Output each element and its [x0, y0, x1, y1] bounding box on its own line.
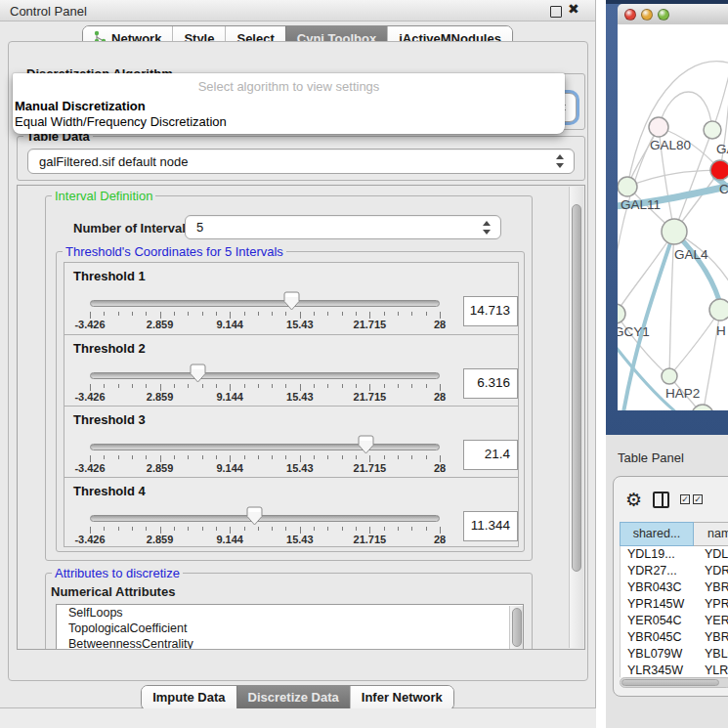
numerical-attributes-list[interactable]: SelfLoopsTopologicalCoefficientBetweenne…	[56, 604, 524, 650]
slider-tick-label: -3.426	[74, 391, 105, 403]
slider-tick-label: -3.426	[74, 462, 105, 474]
slider-thumb[interactable]	[246, 506, 263, 530]
slider-tick	[132, 527, 133, 531]
num-intervals-select[interactable]: 5	[185, 215, 501, 239]
close-window-icon[interactable]: ✖	[568, 1, 579, 17]
slider-tick	[426, 455, 427, 459]
threshold-value-field[interactable]: 6.316	[463, 368, 518, 399]
network-node[interactable]	[704, 121, 721, 139]
slider-tick	[216, 455, 217, 459]
table-row[interactable]: YPR145WYPR1	[621, 596, 728, 613]
table-row[interactable]: YLR345WYLR3	[621, 663, 728, 677]
zoom-traffic-light[interactable]	[658, 9, 669, 21]
table-row[interactable]: YBL079WYBL0	[621, 646, 728, 663]
tab-infer-network[interactable]: Infer Network	[350, 686, 453, 709]
slider-tick	[300, 384, 301, 391]
table-data-select[interactable]: galFiltered.sif default node	[27, 149, 575, 174]
column-header-name[interactable]: name	[694, 522, 728, 546]
slider-track[interactable]	[90, 372, 440, 379]
attribute-list-item[interactable]: SelfLoops	[57, 605, 523, 621]
network-canvas[interactable]: GAL80GACGAL11GAL4GCY1HHAP2	[618, 24, 728, 410]
slider-tick	[118, 312, 119, 316]
slider-tick-label: 21.715	[354, 391, 387, 403]
slider-tick-label: 15.43	[286, 319, 314, 330]
control-panel-titlebar[interactable]: Control Panel ✖	[0, 0, 595, 21]
network-node[interactable]	[618, 304, 625, 323]
slider-track[interactable]	[90, 300, 440, 307]
table-row[interactable]: YDL19...YDL1	[621, 546, 728, 563]
threshold-row: Threshold 1-3.4262.8599.14415.4321.71528…	[64, 263, 518, 334]
tab-discretize-data[interactable]: Discretize Data	[236, 686, 350, 709]
slider-tick	[230, 455, 231, 462]
network-node[interactable]	[662, 368, 677, 384]
threshold-value-field[interactable]: 11.344	[463, 511, 518, 541]
table-data-group: Table Data galFiltered.sif default node	[17, 136, 585, 181]
slider-tick	[356, 312, 357, 316]
slider-tick	[132, 384, 133, 388]
network-node-label: HAP2	[665, 386, 700, 401]
interval-definition-label: Interval Definition	[52, 189, 155, 203]
slider-track[interactable]	[90, 444, 440, 450]
table-cell-shared-name: YER054C	[621, 613, 696, 629]
threshold-value-field[interactable]: 14.713	[463, 296, 518, 326]
slider-tick	[202, 312, 203, 316]
network-node[interactable]	[709, 299, 728, 321]
threshold-value-field[interactable]: 21.4	[463, 440, 518, 470]
attribute-list-item[interactable]: BetweennessCentrality	[57, 636, 523, 650]
settings-gear-icon[interactable]: ⚙	[625, 491, 642, 509]
network-node[interactable]	[649, 117, 668, 137]
column-browser-icon[interactable]	[653, 492, 669, 508]
table-rows: YDL19...YDL1YDR27...YDR2YBR043CYBR0YPR14…	[620, 546, 728, 677]
slider-tick	[160, 455, 161, 462]
table-row[interactable]: YDR27...YDR2	[621, 563, 728, 579]
network-window-titlebar[interactable]	[618, 4, 728, 25]
settings-scrollbar[interactable]	[569, 187, 583, 648]
network-edge-thick[interactable]	[674, 232, 722, 311]
slider-tick	[160, 312, 161, 319]
slider-tick	[230, 384, 231, 391]
column-header-shared-name[interactable]: shared...	[620, 522, 694, 546]
slider-thumb[interactable]	[190, 364, 206, 387]
slider-tick	[188, 384, 189, 388]
network-node[interactable]	[710, 160, 728, 180]
tab-impute-data[interactable]: Impute Data	[142, 686, 236, 709]
minimize-traffic-light[interactable]	[641, 9, 653, 21]
attributes-list-scrollbar[interactable]	[509, 606, 523, 650]
slider-tick-label: 21.715	[354, 462, 387, 474]
slider-tick	[411, 312, 412, 316]
scrollbar-thumb[interactable]	[572, 204, 581, 572]
scrollbar-thumb[interactable]	[621, 679, 719, 686]
network-view-window: GAL80GACGAL11GAL4GCY1HHAP2	[606, 0, 728, 435]
table-row[interactable]: YBR045CYBR0	[621, 629, 728, 646]
slider-tick	[314, 312, 315, 316]
slider-thumb[interactable]	[358, 435, 374, 458]
scrollbar-thumb[interactable]	[512, 608, 522, 647]
slider-tick	[202, 455, 203, 459]
slider-thumb[interactable]	[283, 291, 300, 315]
slider-tick	[285, 455, 286, 459]
network-node-label: H	[716, 323, 726, 338]
slider-track[interactable]	[90, 515, 440, 522]
network-node[interactable]	[662, 219, 687, 244]
table-row[interactable]: YBR043CYBR0	[621, 579, 728, 596]
table-toolbar: ⚙ ✓ ✓	[614, 477, 728, 522]
table-row[interactable]: YER054CYER0	[621, 613, 728, 629]
slider-tick	[132, 455, 133, 459]
popup-item-manual-discretization[interactable]: Manual Discretization	[13, 99, 565, 114]
select-all-checkbox-icon[interactable]: ✓	[680, 494, 690, 504]
attribute-list-item[interactable]: TopologicalCoefficient	[57, 621, 523, 636]
close-traffic-light[interactable]	[624, 9, 636, 21]
float-window-icon[interactable]	[550, 6, 562, 18]
table-hscrollbar[interactable]	[620, 677, 728, 688]
popup-item-equal-width-frequency[interactable]: Equal Width/Frequency Discretization	[13, 114, 565, 130]
network-edge[interactable]	[627, 170, 720, 187]
slider-tick	[314, 527, 315, 531]
select-none-checkbox-icon[interactable]: ✓	[693, 494, 703, 504]
network-node[interactable]	[618, 177, 637, 196]
slider-tick	[411, 455, 412, 459]
network-edge[interactable]	[669, 310, 720, 376]
table-cell-shared-name: YBR043C	[621, 579, 696, 596]
network-node-label: C	[719, 182, 728, 196]
network-edge[interactable]	[618, 232, 674, 314]
window-title: Control Panel	[10, 4, 87, 19]
